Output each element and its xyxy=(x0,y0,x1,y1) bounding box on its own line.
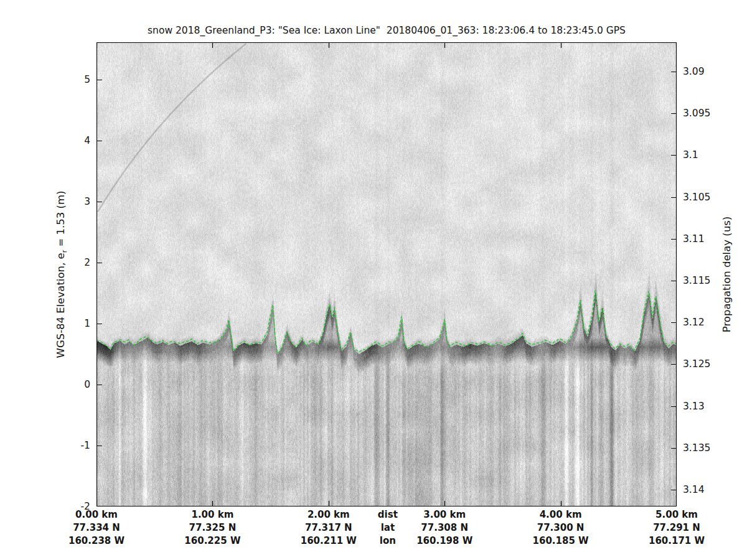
x-tick-lat: 77.291 N xyxy=(636,521,717,534)
axis-row-legend-lat: lat xyxy=(368,521,408,534)
x-tick-dist: 5.00 km xyxy=(636,508,717,521)
y-left-tick-label: 1 xyxy=(0,317,90,330)
right-axis-label: Propagation delay (us) xyxy=(721,217,733,332)
x-tick-group: 0.00 km77.334 N160.238 W xyxy=(56,508,137,548)
x-tick-lon: 160.171 W xyxy=(636,534,717,548)
chart-title: snow 2018_Greenland_P3: "Sea Ice: Laxon … xyxy=(96,25,677,39)
x-tick-lat: 77.334 N xyxy=(56,521,137,534)
x-tick-dist: 3.00 km xyxy=(404,508,485,521)
x-tick-dist: 0.00 km xyxy=(56,508,137,521)
x-tick-dist: 2.00 km xyxy=(288,508,369,521)
x-tick-dist: 1.00 km xyxy=(172,508,253,521)
left-axis-label-suffix: = 1.53 (m) xyxy=(55,191,67,250)
x-tick-lat: 77.325 N xyxy=(172,521,253,534)
y-left-tick-label: 3 xyxy=(0,195,90,208)
y-left-tick-label: 0 xyxy=(0,378,90,391)
x-tick-group: 3.00 km77.308 N160.198 W xyxy=(404,508,485,548)
left-axis-label: WGS-84 Elevation, er = 1.53 (m) xyxy=(55,191,67,358)
axis-row-legend-lon: lon xyxy=(368,534,408,548)
y-right-tick-label: 3.135 xyxy=(683,441,739,455)
x-tick-group: 2.00 km77.317 N160.211 W xyxy=(288,508,369,548)
x-tick-dist: 4.00 km xyxy=(520,508,601,521)
echogram-canvas xyxy=(96,42,677,506)
y-right-tick-label: 3.13 xyxy=(683,399,739,413)
x-tick-lon: 160.211 W xyxy=(288,534,369,548)
y-left-tick-label: -1 xyxy=(0,439,90,452)
x-tick-lon: 160.198 W xyxy=(404,534,485,548)
y-left-tick-label: 4 xyxy=(0,134,90,147)
y-right-tick-label: 3.09 xyxy=(683,65,739,78)
x-tick-group: 5.00 km77.291 N160.171 W xyxy=(636,508,717,548)
left-axis-label-subscript: r xyxy=(60,250,68,253)
y-right-tick-label: 3.105 xyxy=(683,190,739,204)
y-left-tick-label: 2 xyxy=(0,256,90,269)
x-tick-lat: 77.300 N xyxy=(520,521,601,534)
left-axis-label-text: WGS-84 Elevation, e xyxy=(55,253,67,358)
x-tick-lat: 77.317 N xyxy=(288,521,369,534)
y-right-tick-label: 3.125 xyxy=(683,357,739,371)
x-axis-row-legend: distlatlon xyxy=(368,508,408,548)
y-right-tick-label: 3.1 xyxy=(683,148,739,162)
x-tick-lat: 77.308 N xyxy=(404,521,485,534)
y-right-tick-label: 3.095 xyxy=(683,106,739,120)
x-tick-group: 1.00 km77.325 N160.225 W xyxy=(172,508,253,548)
x-tick-lon: 160.185 W xyxy=(520,534,601,548)
x-tick-group: 4.00 km77.300 N160.185 W xyxy=(520,508,601,548)
figure-window: snow 2018_Greenland_P3: "Sea Ice: Laxon … xyxy=(0,0,747,560)
y-left-tick-label: 5 xyxy=(0,73,90,86)
y-right-tick-label: 3.14 xyxy=(683,483,739,497)
x-tick-lon: 160.225 W xyxy=(172,534,253,548)
axis-row-legend-dist: dist xyxy=(368,508,408,521)
x-tick-lon: 160.238 W xyxy=(56,534,137,548)
